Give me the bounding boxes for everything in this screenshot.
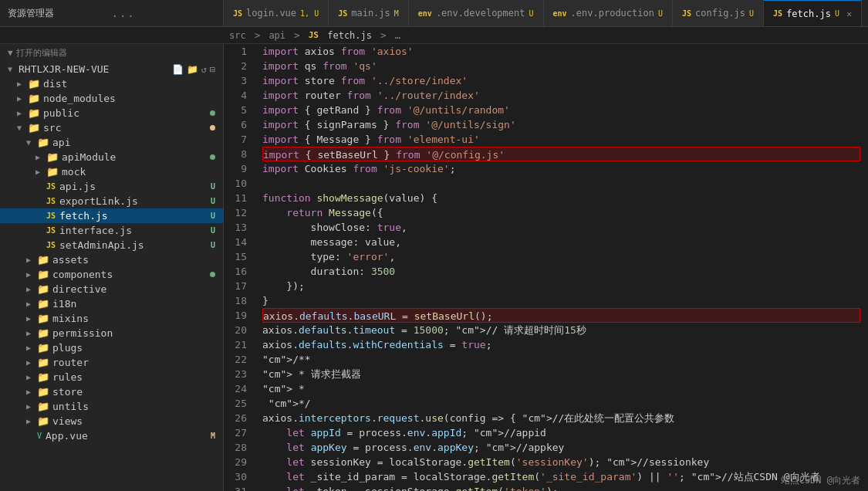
tree-arrow: ▶ [35,153,43,161]
code-line-19: axios.defaults.baseURL = setBaseUrl(); [262,308,860,323]
open-editors-section[interactable]: ▼ 打开的编辑器 [0,44,223,62]
project-root[interactable]: ▼ RHTLXJR-NEW-VUE 📄 📁 ↺ ⊟ [0,62,223,76]
tab-close[interactable]: ✕ [846,8,852,19]
tree-item-fetch-js[interactable]: JSfetch.jsU [0,208,223,223]
item-label: directive [52,283,106,295]
line-num-19: 19 [231,308,247,323]
code-content: import axios from 'axios'import qs from … [255,44,868,491]
sidebar: ▼ 打开的编辑器 ▼ RHTLXJR-NEW-VUE 📄 📁 ↺ ⊟ ▶📁dis… [0,44,224,491]
tree-arrow: ▶ [17,109,25,117]
tree-arrow: ▶ [26,285,34,293]
folder-emoji: 📁 [37,357,49,368]
folder-emoji: 📁 [37,254,49,266]
tree-item-views[interactable]: ▶📁views [0,414,223,428]
tree-item-plugs[interactable]: ▶📁plugs [0,340,223,355]
tree-item-api[interactable]: ▼📁api [0,135,223,150]
tree-arrow: ▼ [17,124,25,132]
icon-new-folder[interactable]: 📁 [187,64,198,75]
line-num-3: 3 [231,73,247,88]
item-label: node_modules [43,93,116,104]
js-icon: JS [46,197,56,205]
item-label: mock [62,166,86,178]
tab-name: main.js [351,8,390,19]
item-label: exportLink.js [59,195,138,207]
item-label: rules [52,371,83,383]
item-label: interface.js [59,225,132,236]
item-label: components [52,269,113,280]
item-label: assets [52,254,89,266]
tree-item-permission[interactable]: ▶📁permission [0,326,223,340]
tree-item-mixins[interactable]: ▶📁mixins [0,311,223,326]
tree-arrow: ▶ [26,388,34,396]
code-line-30: let _site_id_param = localStorage.getIte… [262,469,860,484]
tree-item-i18n[interactable]: ▶📁i18n [0,296,223,311]
tree-item-App-vue[interactable]: VApp.vueM [0,428,223,443]
root-arrow: ▼ [8,65,15,73]
dot-badge-green [210,154,215,160]
open-editors-arrow: ▼ [8,48,13,58]
item-label: fetch.js [59,210,108,222]
line-num-23: 23 [231,367,247,381]
tab-icon: env [553,9,567,18]
icon-new-file[interactable]: 📄 [172,64,184,75]
vue-icon: V [37,432,42,440]
tree-item-setAdminApi-js[interactable]: JSsetAdminApi.jsU [0,238,223,252]
tab-badge: U [529,9,533,18]
folder-emoji: 📁 [37,313,49,324]
tab-icon: JS [233,9,242,18]
tab-fetch-js[interactable]: JS fetch.js U ✕ [764,0,862,26]
line-num-27: 27 [231,425,247,440]
tab-main-js[interactable]: JS main.js M [329,0,409,26]
breadcrumb-dots: … [395,30,400,41]
tree-item-directive[interactable]: ▶📁directive [0,282,223,296]
code-line-28: let appKey = process.env.appKey; "cm">//… [262,440,860,455]
tree-item-public[interactable]: ▶📁public [0,106,223,120]
tab--env-development[interactable]: env .env.development U [409,0,544,26]
tree-item-apiModule[interactable]: ▶📁apiModule [0,150,223,164]
code-editor[interactable]: 1234567891011121314151617181920212223242… [224,44,868,491]
tree-item-components[interactable]: ▶📁components [0,267,223,282]
line-num-16: 16 [231,264,247,279]
tree-arrow: ▼ [26,138,34,147]
tree-item-exportLink-js[interactable]: JSexportLink.jsU [0,194,223,208]
tab--env-production[interactable]: env .env.production U [544,0,673,26]
top-bar: 资源管理器 ... JS login.vue 1, U JS main.js M… [0,0,868,27]
explorer-dots[interactable]: ... [112,7,216,19]
code-line-18: } [262,293,860,308]
code-line-23: "cm"> * 请求拦截器 [262,367,860,381]
tree-item-node-modules[interactable]: ▶📁node_modules [0,91,223,106]
tree-item-src[interactable]: ▼📁src [0,120,223,135]
code-line-15: type: 'error', [262,249,860,264]
tab-badge: M [394,9,399,18]
tree-arrow: ▶ [26,402,34,411]
line-num-25: 25 [231,396,247,411]
item-label: plugs [52,342,83,354]
code-line-26: axios.interceptors.request.use(config =>… [262,411,860,425]
breadcrumb-api: api [269,30,285,41]
line-num-26: 26 [231,411,247,425]
line-num-17: 17 [231,279,247,293]
tree-item-mock[interactable]: ▶📁mock [0,164,223,179]
folder-emoji: 📁 [28,107,40,119]
tab-login-vue[interactable]: JS login.vue 1, U [224,0,329,26]
tree-item-store[interactable]: ▶📁store [0,384,223,399]
tree-item-api-js[interactable]: JSapi.jsU [0,179,223,194]
folder-emoji: 📁 [37,415,49,427]
tree-item-rules[interactable]: ▶📁rules [0,370,223,384]
js-icon: JS [46,241,56,249]
tree-arrow: ▶ [35,168,43,176]
line-num-24: 24 [231,381,247,396]
item-label: permission [52,327,113,339]
code-line-27: let appId = process.env.appId; "cm">//ap… [262,425,860,440]
folder-emoji: 📁 [46,151,59,163]
tree-item-dist[interactable]: ▶📁dist [0,76,223,91]
tree-item-interface-js[interactable]: JSinterface.jsU [0,223,223,238]
tab-config-js[interactable]: JS config.js U [673,0,764,26]
icon-refresh[interactable]: ↺ [201,64,207,75]
tree-item-assets[interactable]: ▶📁assets [0,252,223,267]
icon-collapse[interactable]: ⊟ [210,64,215,75]
code-line-3: import store from '../store/index' [262,73,860,88]
tree-item-untils[interactable]: ▶📁untils [0,399,223,414]
tree-item-router[interactable]: ▶📁router [0,355,223,370]
breadcrumb: src > api > JS fetch.js > … [0,27,868,44]
